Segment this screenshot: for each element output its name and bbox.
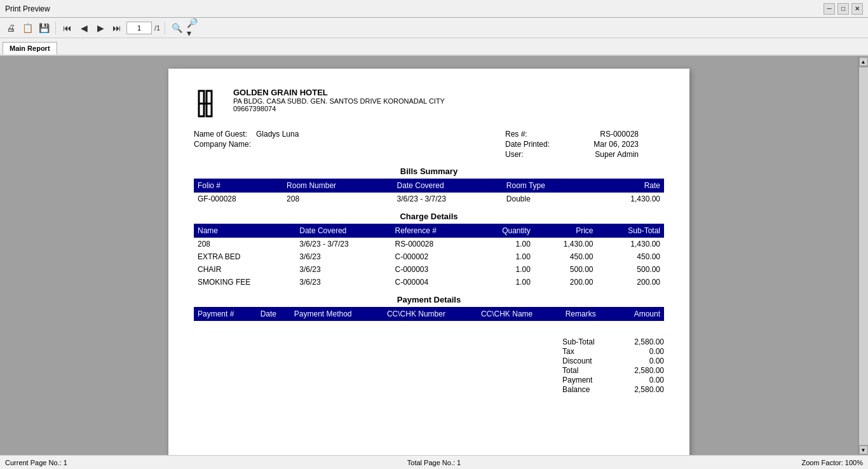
charge-details-title: Charge Details (194, 212, 664, 221)
hotel-address: PA BLDG. CASA SUBD. GEN. SANTOS DRIVE KO… (233, 97, 445, 105)
user-label: User: (505, 150, 562, 159)
total-value: 2,580.00 (613, 366, 664, 375)
first-page-button[interactable]: ⏮ (60, 21, 74, 35)
bills-col-folio: Folio # (194, 179, 283, 193)
table-row: EXTRA BED3/6/23C-0000021.00450.00450.00 (194, 250, 664, 263)
bills-col-rate: Rate (592, 179, 664, 193)
balance-row: Balance 2,580.00 (562, 385, 664, 394)
payment-total-label: Payment (562, 376, 613, 384)
scroll-down-button[interactable]: ▼ (859, 445, 868, 454)
total-pages-display: /1 (154, 24, 160, 32)
guest-left: Name of Guest: Gladys Luna Company Name: (194, 130, 299, 160)
payment-col-num: Payment # (194, 307, 257, 321)
payment-total-value: 0.00 (613, 376, 664, 384)
bills-summary-table: Folio # Room Number Date Covered Room Ty… (194, 179, 664, 205)
date-printed-row: Date Printed: Mar 06, 2023 (505, 140, 664, 149)
date-printed-label: Date Printed: (505, 140, 562, 149)
res-number: RS-000028 (562, 130, 639, 139)
bills-col-date-covered: Date Covered (393, 179, 503, 193)
page-number-input[interactable] (126, 22, 152, 34)
payment-col-cchk: CC\CHK Number (383, 307, 477, 321)
toolbar-separator-2 (165, 22, 165, 34)
company-label: Company Name: (194, 140, 251, 149)
copy-button[interactable]: 📋 (20, 21, 34, 35)
payment-total-row: Payment 0.00 (562, 376, 664, 384)
tax-label: Tax (562, 347, 613, 356)
payment-details-title: Payment Details (194, 295, 664, 304)
charge-details-table: Name Date Covered Reference # Quantity P… (194, 224, 664, 289)
status-current-page: Current Page No.: 1 (5, 459, 291, 466)
table-row: SMOKING FEE3/6/23C-0000041.00200.00200.0… (194, 276, 664, 289)
scroll-up-button[interactable]: ▲ (859, 57, 868, 66)
save-button[interactable]: 💾 (37, 21, 51, 35)
payment-col-remarks: Remarks (562, 307, 616, 321)
title-bar-text: Print Preview (5, 4, 50, 13)
user-name: Super Admin (562, 150, 639, 159)
charge-col-price: Price (534, 224, 597, 238)
charge-header-row: Name Date Covered Reference # Quantity P… (194, 224, 664, 238)
status-zoom: Zoom Factor: 100% (577, 459, 863, 466)
maximize-button[interactable]: □ (837, 3, 849, 15)
total-label: Total (562, 366, 613, 375)
guest-right: Res #: RS-000028 Date Printed: Mar 06, 2… (505, 130, 664, 160)
payment-col-date: Date (257, 307, 290, 321)
tax-row: Tax 0.00 (562, 347, 664, 356)
discount-value: 0.00 (613, 357, 664, 365)
table-row: 2083/6/23 - 3/7/23RS-0000281.001,430.001… (194, 238, 664, 250)
payment-details-table: Payment # Date Payment Method CC\CHK Num… (194, 307, 664, 332)
logo-area: GOLDEN GRAIN HOTEL PA BLDG. CASA SUBD. G… (194, 88, 664, 119)
bills-col-room-number: Room Number (283, 179, 393, 193)
discount-label: Discount (562, 357, 613, 365)
document: GOLDEN GRAIN HOTEL PA BLDG. CASA SUBD. G… (168, 69, 689, 455)
tab-main-report[interactable]: Main Report (3, 42, 57, 55)
toolbar-separator-1 (55, 22, 56, 34)
date-printed: Mar 06, 2023 (562, 140, 639, 149)
guest-name-row: Name of Guest: Gladys Luna (194, 130, 299, 139)
payment-col-amount: Amount (616, 307, 664, 321)
res-number-row: Res #: RS-000028 (505, 130, 664, 139)
hotel-info: GOLDEN GRAIN HOTEL PA BLDG. CASA SUBD. G… (233, 88, 445, 112)
company-name-row: Company Name: (194, 140, 299, 149)
payment-col-method: Payment Method (290, 307, 383, 321)
title-bar-controls: ─ □ ✕ (824, 3, 863, 15)
hotel-name: GOLDEN GRAIN HOTEL (233, 88, 445, 97)
tab-bar: Main Report (0, 38, 868, 56)
close-button[interactable]: ✕ (851, 3, 863, 15)
subtotal-value: 2,580.00 (613, 337, 664, 346)
last-page-button[interactable]: ⏭ (110, 21, 124, 35)
charge-col-subtotal: Sub-Total (597, 224, 664, 238)
guest-label: Name of Guest: (194, 130, 251, 139)
payment-header-row: Payment # Date Payment Method CC\CHK Num… (194, 307, 664, 321)
hotel-phone: 09667398074 (233, 105, 445, 112)
bills-col-room-type: Room Type (503, 179, 592, 193)
tax-value: 0.00 (613, 347, 664, 356)
charge-col-ref: Reference # (391, 224, 474, 238)
next-page-button[interactable]: ▶ (93, 21, 107, 35)
totals-area: Sub-Total 2,580.00 Tax 0.00 Discount 0.0… (194, 337, 664, 395)
zoom-button[interactable]: 🔎▾ (186, 21, 200, 35)
bills-summary-title: Bills Summary (194, 167, 664, 176)
toolbar: 🖨 📋 💾 ⏮ ◀ ▶ ⏭ /1 🔍 🔎▾ (0, 18, 868, 38)
payment-col-cchk-name: CC\CHK Name (477, 307, 562, 321)
discount-row: Discount 0.00 (562, 357, 664, 365)
table-row: CHAIR3/6/23C-0000031.00500.00500.00 (194, 263, 664, 276)
main-area: GOLDEN GRAIN HOTEL PA BLDG. CASA SUBD. G… (0, 56, 868, 455)
print-button[interactable]: 🖨 (4, 21, 18, 35)
user-row: User: Super Admin (505, 150, 664, 159)
scroll-area[interactable]: GOLDEN GRAIN HOTEL PA BLDG. CASA SUBD. G… (0, 56, 858, 455)
minimize-button[interactable]: ─ (824, 3, 835, 15)
charge-col-name: Name (194, 224, 295, 238)
charge-col-qty: Quantity (474, 224, 534, 238)
title-bar: Print Preview ─ □ ✕ (0, 0, 868, 18)
guest-name: Gladys Luna (256, 130, 299, 139)
status-total-pages: Total Page No.: 1 (291, 459, 577, 466)
right-scrollbar[interactable]: ▲ ▼ (858, 56, 868, 455)
balance-value: 2,580.00 (613, 385, 664, 394)
guest-info: Name of Guest: Gladys Luna Company Name:… (194, 130, 664, 160)
table-row: GF-0000282083/6/23 - 3/7/23Double1,430.0… (194, 193, 664, 205)
prev-page-button[interactable]: ◀ (77, 21, 91, 35)
hotel-logo (194, 88, 226, 119)
res-label: Res #: (505, 130, 562, 139)
total-row: Total 2,580.00 (562, 366, 664, 375)
search-button[interactable]: 🔍 (170, 21, 184, 35)
